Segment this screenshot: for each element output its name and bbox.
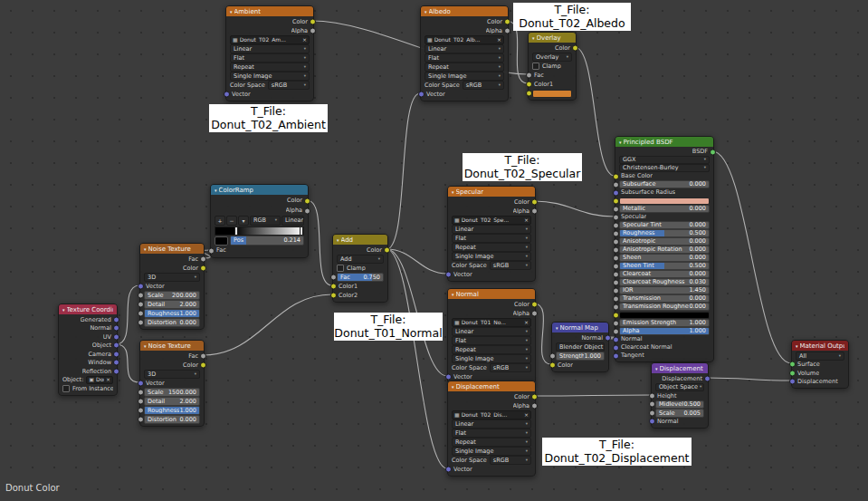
add-stop-icon[interactable]: + [215, 216, 225, 226]
color-space-dropdown[interactable]: sRGB▾ [463, 81, 504, 90]
dropdown[interactable]: 3D▾ [144, 370, 200, 379]
node-header[interactable]: ▾Ambient [226, 6, 313, 16]
input-socket[interactable] [613, 238, 619, 245]
output-socket[interactable] [531, 302, 538, 308]
dropdown[interactable]: Linear▾ [424, 44, 504, 53]
frame-label[interactable]: T_File:Donut_T01_Normal [334, 313, 443, 341]
input-socket[interactable] [613, 344, 619, 351]
node-header[interactable]: ▾Texture Coordinate [59, 304, 117, 314]
node-normal-image-texture[interactable]: ▾NormalColorAlpha▦Donut_T01_No...×Linear… [447, 288, 536, 384]
node-add-mix[interactable]: ▾AddColorAdd▾ClampFac0.750Color1Color2 [332, 234, 388, 303]
dropdown[interactable]: Repeat▾ [230, 63, 310, 72]
dropdown[interactable]: Repeat▾ [452, 438, 531, 447]
dropdown[interactable]: Linear▾ [230, 44, 310, 53]
node-principled-bsdf[interactable]: ▾Principled BSDFBSDFGGX▾Christensen-Burl… [615, 136, 714, 362]
color-space-dropdown[interactable]: sRGB▾ [490, 363, 531, 372]
number-slider[interactable]: Roughness0.500 [619, 229, 710, 237]
input-socket[interactable] [526, 72, 532, 79]
node-header[interactable]: ▾ColorRamp [211, 185, 308, 195]
output-socket[interactable] [531, 403, 538, 409]
unlink-icon[interactable]: × [524, 412, 529, 418]
color-swatch[interactable] [619, 312, 710, 319]
node-displacement[interactable]: ▾DisplacementDisplacementObject Space▾He… [651, 362, 709, 429]
collapse-icon[interactable]: ▾ [556, 325, 558, 331]
output-socket[interactable] [310, 28, 316, 34]
input-socket[interactable] [649, 392, 655, 399]
image-selector[interactable]: ▦Donut_T02_Alb...× [424, 35, 504, 44]
node-header[interactable]: ▾Specular [448, 187, 535, 197]
remove-icon[interactable]: × [106, 377, 110, 382]
input-socket[interactable] [330, 293, 337, 299]
node-header[interactable]: ▾Displacement [652, 363, 708, 373]
input-socket[interactable] [445, 467, 452, 473]
checkbox[interactable] [337, 265, 344, 272]
number-slider[interactable]: Detail2.000 [144, 300, 200, 309]
output-socket[interactable] [113, 316, 119, 323]
input-socket[interactable] [613, 222, 619, 228]
collapse-icon[interactable]: ▾ [655, 366, 658, 371]
input-socket[interactable] [330, 275, 337, 281]
node-header[interactable]: ▾Normal Map [552, 323, 608, 332]
input-socket[interactable] [549, 353, 556, 360]
collapse-icon[interactable]: ▾ [144, 343, 147, 349]
number-slider[interactable]: Detail2.000 [144, 397, 200, 406]
input-socket[interactable] [445, 374, 452, 381]
output-socket[interactable] [605, 335, 611, 342]
number-slider[interactable]: Clearcoat0.000 [619, 270, 710, 278]
input-socket[interactable] [445, 272, 452, 278]
output-socket[interactable] [113, 342, 119, 349]
output-socket[interactable] [113, 368, 119, 374]
dropdown[interactable]: GGX▾ [619, 156, 710, 164]
output-socket[interactable] [200, 265, 206, 272]
frame-label[interactable]: T_File:Donut_T02_Ambient [209, 104, 328, 132]
dropdown[interactable]: Repeat▾ [452, 243, 531, 252]
output-socket[interactable] [310, 19, 316, 25]
node-header[interactable]: ▾Displacement [448, 381, 535, 391]
output-socket[interactable] [710, 149, 716, 155]
input-socket[interactable] [138, 293, 144, 299]
frame-label[interactable]: T_File:Donut_T02_Albedo [513, 3, 631, 31]
output-socket[interactable] [113, 325, 119, 332]
input-socket[interactable] [138, 311, 144, 317]
node-header[interactable]: ▾Principled BSDF [615, 137, 713, 147]
dropdown[interactable]: Single Image▾ [452, 252, 531, 261]
output-socket[interactable] [531, 199, 538, 206]
node-normal-map[interactable]: ▾Normal MapNormalBlender Object Sp...▾St… [551, 322, 609, 372]
unlink-icon[interactable]: × [497, 37, 501, 43]
number-slider[interactable]: Alpha1.000 [619, 327, 710, 335]
collapse-icon[interactable]: ▾ [796, 343, 798, 349]
number-slider[interactable]: Anisotropic0.000 [619, 237, 710, 246]
input-socket[interactable] [613, 312, 619, 318]
dropdown[interactable]: All▾ [796, 352, 844, 361]
unlink-icon[interactable]: × [524, 217, 529, 223]
node-header[interactable]: ▾Overlay [529, 33, 576, 43]
number-slider[interactable]: Transmission Roughness0.000 [619, 303, 710, 311]
input-socket[interactable] [138, 381, 144, 387]
dropdown[interactable]: Single Image▾ [452, 447, 531, 456]
color-space-dropdown[interactable]: sRGB▾ [490, 456, 531, 465]
dropdown[interactable]: Object Space▾ [655, 383, 704, 392]
dropdown[interactable]: Single Image▾ [230, 72, 310, 81]
node-specular-image-texture[interactable]: ▾SpecularColorAlpha▦Donut_T02_Spe...×Lin… [447, 186, 536, 282]
number-slider[interactable]: Midlevel0.500 [655, 400, 704, 409]
collapse-icon[interactable]: ▾ [619, 140, 622, 145]
dropdown[interactable]: Single Image▾ [424, 72, 504, 81]
input-socket[interactable] [613, 214, 619, 220]
dropdown[interactable]: Linear▾ [452, 225, 531, 234]
node-material-output[interactable]: ▾Material OutputAll▾SurfaceVolumeDisplac… [791, 340, 849, 389]
number-slider[interactable]: Specular Tint0.000 [619, 221, 710, 229]
output-socket[interactable] [113, 351, 119, 357]
output-socket[interactable] [384, 247, 390, 254]
color-swatch[interactable] [619, 198, 710, 205]
number-slider[interactable]: IOR1.450 [619, 286, 710, 294]
frame-label[interactable]: T_File:Donut_T02_Displacement [542, 438, 692, 466]
color-space-dropdown[interactable]: sRGB▾ [490, 261, 531, 270]
ramp-handle[interactable] [300, 226, 303, 236]
number-slider[interactable]: Distortion0.000 [144, 415, 200, 424]
node-header[interactable]: ▾Albedo [421, 6, 508, 16]
input-socket[interactable] [613, 198, 619, 204]
collapse-icon[interactable]: ▾ [62, 307, 65, 313]
output-socket[interactable] [531, 394, 538, 400]
input-socket[interactable] [138, 399, 144, 405]
dropdown[interactable]: Linear▾ [452, 419, 531, 429]
